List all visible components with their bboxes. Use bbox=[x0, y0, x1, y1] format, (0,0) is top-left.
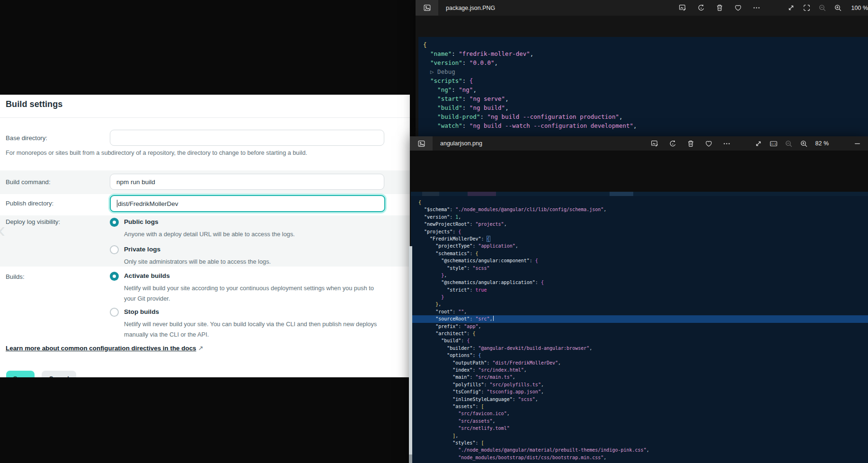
window-titlebar[interactable]: package.json.PNG 100 % bbox=[416, 0, 868, 16]
divider bbox=[0, 117, 410, 118]
code-line: "root": "", bbox=[418, 308, 868, 315]
rotate-icon[interactable] bbox=[697, 4, 705, 12]
image-file-icon bbox=[417, 140, 425, 148]
radio-description: Netlify will never build your site. You … bbox=[124, 319, 387, 340]
radio-description: Only site administrators will be able to… bbox=[124, 257, 387, 267]
previous-image-arrow-icon[interactable]: ‹ bbox=[0, 217, 5, 242]
code-line: "scripts": { bbox=[423, 76, 868, 85]
zoom-level: 100 % bbox=[851, 5, 868, 11]
code-line: "start": "ng serve", bbox=[423, 94, 868, 103]
code-line: "build": { bbox=[418, 337, 868, 344]
rotate-icon[interactable] bbox=[669, 140, 677, 148]
code-line: "node_modules/bootstrap/dist/css/bootstr… bbox=[418, 454, 868, 461]
code-line: "./node_modules/@angular/material/prebui… bbox=[418, 446, 868, 454]
cancel-button[interactable]: Cancel bbox=[42, 371, 76, 377]
code-line: "watch": "ng build --watch --configurati… bbox=[423, 121, 868, 130]
code-line: "architect": { bbox=[418, 330, 868, 337]
radio-icon bbox=[110, 218, 119, 227]
favorite-icon[interactable] bbox=[734, 4, 742, 12]
text-cursor bbox=[117, 200, 117, 207]
zoom-level: 82 % bbox=[815, 140, 829, 147]
angular-json-code-image: { "$schema": "./node_modules/@angular/cl… bbox=[411, 192, 868, 463]
code-line: { bbox=[418, 199, 868, 206]
photos-window-angular-json: angularjson.png 1:1 82 % { "$schema": ".… bbox=[410, 136, 868, 463]
fullscreen-icon[interactable] bbox=[787, 4, 795, 12]
publish-directory-input[interactable]: dist/FredrikMollerDev bbox=[110, 195, 385, 212]
save-button[interactable]: Save bbox=[6, 371, 35, 377]
edit-image-icon[interactable] bbox=[679, 4, 687, 12]
code-line: "@schematics/angular:component": { bbox=[418, 257, 868, 264]
zoom-out-icon[interactable] bbox=[785, 140, 793, 148]
zoom-in-icon[interactable] bbox=[834, 4, 842, 12]
more-icon[interactable] bbox=[753, 4, 761, 12]
code-line: ], bbox=[418, 432, 868, 439]
build-command-value: npm run build bbox=[116, 178, 155, 186]
code-line: "prefix": "app", bbox=[418, 323, 868, 330]
radio-label: Activate builds bbox=[124, 272, 170, 279]
code-line: "sourceRoot": "src", bbox=[411, 315, 868, 322]
radio-label: Private logs bbox=[124, 246, 160, 253]
radio-label: Stop builds bbox=[124, 308, 159, 315]
code-line: "newProjectRoot": "projects", bbox=[418, 221, 868, 228]
code-line: "style": "scss" bbox=[418, 265, 868, 272]
radio-icon bbox=[110, 272, 119, 281]
toolbar-right: 1:1 bbox=[754, 140, 808, 148]
code-line: "version": "0.0.0", bbox=[423, 58, 868, 67]
code-line: ▷ Debug bbox=[423, 67, 868, 76]
page-title: Build settings bbox=[6, 99, 62, 109]
radio-activate-builds[interactable]: Activate builds Netlify will build your … bbox=[110, 272, 394, 306]
minimize-button[interactable] bbox=[853, 140, 861, 148]
code-line: "main": "src/main.ts", bbox=[418, 374, 868, 381]
window-titlebar[interactable]: angularjson.png 1:1 82 % bbox=[410, 136, 868, 151]
actual-size-icon[interactable]: 1:1 bbox=[770, 140, 778, 148]
code-line: "projects": { bbox=[418, 228, 868, 235]
code-line: { bbox=[423, 40, 868, 49]
image-thumbnail-tab[interactable] bbox=[416, 0, 438, 16]
editor-cursor bbox=[493, 316, 494, 321]
zoom-out-icon[interactable] bbox=[818, 4, 826, 12]
publish-directory-value: dist/FredrikMollerDev bbox=[118, 200, 178, 207]
radio-description: Anyone with a deploy detail URL will be … bbox=[124, 229, 387, 240]
toolbar-right bbox=[787, 4, 842, 12]
toolbar-left bbox=[651, 140, 731, 148]
docs-link[interactable]: Learn more about common configuration di… bbox=[6, 345, 204, 352]
publish-directory-label: Publish directory: bbox=[6, 200, 53, 207]
code-line: "$schema": "./node_modules/@angular/cli/… bbox=[418, 206, 868, 213]
more-icon[interactable] bbox=[723, 140, 731, 148]
fullscreen-icon[interactable] bbox=[754, 140, 762, 148]
fit-screen-icon[interactable] bbox=[803, 4, 811, 12]
radio-private-logs[interactable]: Private logs Only site administrators wi… bbox=[110, 245, 394, 269]
code-line: "build": "ng build", bbox=[423, 103, 868, 112]
code-line: "assets": [ bbox=[418, 403, 868, 410]
window-title: angularjson.png bbox=[440, 140, 482, 147]
code-line: "projectType": "application", bbox=[418, 242, 868, 249]
delete-icon[interactable] bbox=[716, 4, 724, 12]
delete-icon[interactable] bbox=[687, 140, 695, 148]
radio-label: Public logs bbox=[124, 218, 159, 225]
captured-scrollbar-strip bbox=[409, 246, 412, 463]
image-file-icon bbox=[423, 4, 431, 12]
radio-stop-builds[interactable]: Stop builds Netlify will never build you… bbox=[110, 308, 394, 342]
code-line: "polyfills": "src/polyfills.ts", bbox=[418, 381, 868, 388]
code-line: "tsConfig": "tsconfig.app.json", bbox=[418, 388, 868, 395]
code-line: "src/netlify.toml" bbox=[418, 425, 868, 432]
zoom-in-icon[interactable] bbox=[800, 140, 808, 148]
build-command-input[interactable]: npm run build bbox=[110, 174, 384, 190]
docs-link-text: Learn more about common configuration di… bbox=[6, 345, 196, 352]
image-thumbnail-tab[interactable] bbox=[410, 136, 433, 151]
favorite-icon[interactable] bbox=[705, 140, 713, 148]
edit-image-icon[interactable] bbox=[651, 140, 659, 148]
window-title: package.json.PNG bbox=[446, 5, 495, 11]
code-line: "name": "fredrik-moller-dev", bbox=[423, 49, 868, 58]
base-directory-input[interactable] bbox=[110, 130, 384, 146]
code-line: }, bbox=[418, 301, 868, 308]
cropped-line-sliver bbox=[411, 192, 868, 196]
build-command-label: Build command: bbox=[6, 178, 51, 186]
deploy-log-visibility-label: Deploy log visibility: bbox=[6, 218, 60, 225]
external-link-arrow-icon: ↗ bbox=[198, 345, 204, 352]
radio-public-logs[interactable]: Public logs Anyone with a deploy detail … bbox=[110, 218, 394, 241]
radio-description: Netlify will build your site according t… bbox=[124, 283, 387, 304]
radio-icon bbox=[110, 308, 119, 317]
radio-icon bbox=[110, 245, 119, 254]
code-line: "build-prod": "ng build --configuration … bbox=[423, 112, 868, 121]
